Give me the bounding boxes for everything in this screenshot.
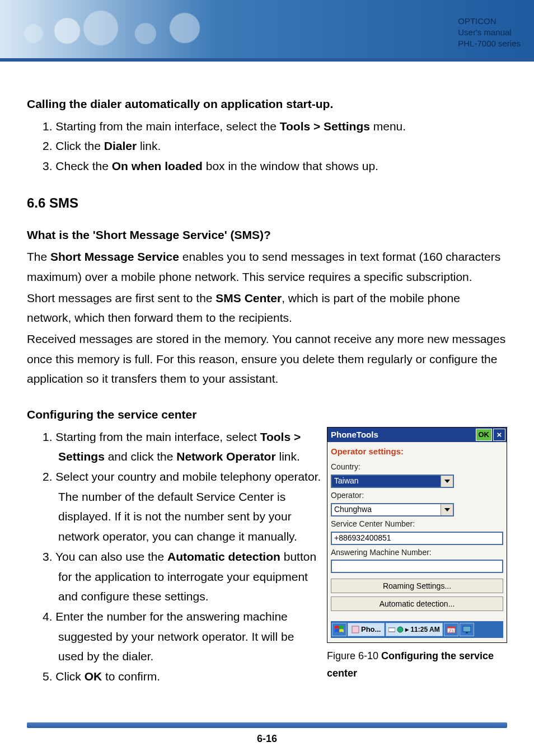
svg-point-2 xyxy=(397,627,403,632)
svg-rect-6 xyxy=(463,626,471,632)
page-number: 6-16 xyxy=(0,733,534,745)
config-step-2: 2. Select your country and mobile teleph… xyxy=(43,467,321,547)
header-line3: PHL-7000 series xyxy=(458,38,521,49)
operator-value: Chunghwa xyxy=(332,503,441,516)
scn-label: Service Center Number: xyxy=(331,518,503,531)
footer-bar xyxy=(27,722,507,728)
config-steps: 1. Starting from the main interface, sel… xyxy=(27,427,321,687)
config-right-col: PhoneTools OK × Operator settings: Count… xyxy=(327,427,507,682)
sms-p2: Short messages are first sent to the SMS… xyxy=(27,288,507,328)
figure-caption: Figure 6-10 Configuring the service cent… xyxy=(327,647,507,682)
sms-p1-bold: Short Message Service xyxy=(50,250,179,263)
automatic-detection-button[interactable]: Automatic detection... xyxy=(331,597,503,611)
page-header: OPTICON User's manual PHL-7000 series xyxy=(0,0,534,62)
windows-flag-icon xyxy=(334,625,344,634)
tray-cal-button[interactable]: 23 xyxy=(444,623,458,636)
tray-time-text: 11:25 AM xyxy=(410,624,439,635)
start-button[interactable] xyxy=(332,623,346,636)
sms-p2-bold: SMS Center xyxy=(216,292,282,304)
config-step-3: 3. You can also use the Automatic detect… xyxy=(43,547,321,607)
country-value: Taiwan xyxy=(332,475,441,488)
d2-pre: 2. Click the xyxy=(43,139,104,152)
sms-p1: The Short Message Service enables you to… xyxy=(27,247,507,287)
d1-post: menu. xyxy=(370,120,406,133)
c1-mid: and click the xyxy=(105,450,176,463)
phone-screenshot: PhoneTools OK × Operator settings: Count… xyxy=(327,427,507,644)
dialer-steps: 1. Starting from the main interface, sel… xyxy=(27,116,507,176)
page-content: Calling the dialer automatically on appl… xyxy=(0,62,534,687)
sms-p2-pre: Short messages are first sent to the xyxy=(27,292,216,304)
d2-post: link. xyxy=(137,139,161,152)
config-two-col: 1. Starting from the main interface, sel… xyxy=(27,427,507,687)
task-phonetools[interactable]: Pho... xyxy=(348,623,385,636)
c5-bold: OK xyxy=(85,670,102,683)
task-label: Pho... xyxy=(361,623,381,636)
header-underline xyxy=(0,58,534,62)
header-line2: User's manual xyxy=(458,27,521,38)
chevron-down-icon[interactable] xyxy=(441,476,453,487)
config-step-4: 4. Enter the number for the answering ma… xyxy=(43,607,321,666)
operator-label: Operator: xyxy=(331,489,503,503)
tray-time[interactable]: ▸ 11:25 AM xyxy=(386,623,442,636)
svg-text:23: 23 xyxy=(448,628,453,633)
desktop-icon xyxy=(462,626,471,633)
sms-heading: 6.6 SMS xyxy=(27,192,507,215)
c3-pre: 3. You can also use the xyxy=(43,550,167,563)
dialer-title: Calling the dialer automatically on appl… xyxy=(27,94,507,114)
config-left-col: 1. Starting from the main interface, sel… xyxy=(27,427,321,687)
config-title: Configuring the service center xyxy=(27,405,507,425)
dialer-step-2: 2. Click the Dialer link. xyxy=(43,136,507,156)
amn-input[interactable] xyxy=(331,560,503,573)
tray-desktop-button[interactable] xyxy=(460,623,474,636)
keyboard-icon xyxy=(388,626,395,633)
c5-post: to confirm. xyxy=(102,670,160,683)
sms-p3: Received messages are stored in the memo… xyxy=(27,329,507,389)
app-icon xyxy=(352,626,359,633)
phone-title: PhoneTools xyxy=(331,428,378,442)
dialer-title-period: . xyxy=(330,97,333,110)
taskbar: Pho... ▸ 11:25 AM 23 xyxy=(331,621,503,638)
country-label: Country: xyxy=(331,461,503,474)
config-step-1: 1. Starting from the main interface, sel… xyxy=(43,427,321,467)
chevron-down-icon[interactable] xyxy=(441,504,453,515)
roaming-settings-button[interactable]: Roaming Settings... xyxy=(331,579,503,593)
d1-pre: 1. Starting from the main interface, sel… xyxy=(43,120,280,133)
d3-pre: 3. Check the xyxy=(43,159,112,172)
svg-rect-7 xyxy=(466,632,468,633)
c1-b2: Network Operator xyxy=(176,450,275,463)
operator-combo[interactable]: Chunghwa xyxy=(331,503,454,516)
globe-icon xyxy=(397,626,404,633)
header-decoration xyxy=(0,0,320,62)
scn-input[interactable]: +886932400851 xyxy=(331,532,503,545)
c1-post: link. xyxy=(276,450,300,463)
close-button[interactable]: × xyxy=(493,429,505,441)
country-combo[interactable]: Taiwan xyxy=(331,475,454,488)
c3-bold: Automatic detection xyxy=(167,550,280,563)
operator-settings-label: Operator settings: xyxy=(331,444,503,459)
d2-bold: Dialer xyxy=(104,139,137,152)
calendar-icon: 23 xyxy=(447,626,456,633)
c1-pre: 1. Starting from the main interface, sel… xyxy=(43,430,260,443)
tray-arrow-icon: ▸ xyxy=(405,624,409,635)
scn-value: +886932400851 xyxy=(332,532,502,545)
d3-bold: On when loaded xyxy=(112,159,203,172)
dialer-step-3: 3. Check the On when loaded box in the w… xyxy=(43,156,507,176)
ok-button[interactable]: OK xyxy=(476,429,493,441)
caption-pre: Figure 6-10 xyxy=(327,650,381,661)
d1-bold: Tools > Settings xyxy=(280,120,370,133)
svg-rect-1 xyxy=(388,628,395,632)
svg-rect-0 xyxy=(352,626,359,633)
header-text-block: OPTICON User's manual PHL-7000 series xyxy=(458,16,521,49)
phone-body: Operator settings: Country: Taiwan Opera… xyxy=(327,442,507,643)
d3-post: box in the window that shows up. xyxy=(203,159,378,172)
dialer-step-1: 1. Starting from the main interface, sel… xyxy=(43,116,507,137)
sms-p1-pre: The xyxy=(27,250,50,263)
dialer-title-text: Calling the dialer automatically on appl… xyxy=(27,97,330,110)
phone-titlebar: PhoneTools OK × xyxy=(327,428,507,442)
amn-label: Answering Machine Number: xyxy=(331,546,503,560)
sms-question-title: What is the 'Short Message Service' (SMS… xyxy=(27,225,507,245)
config-step-5: 5. Click OK to confirm. xyxy=(43,666,321,687)
header-brand: OPTICON xyxy=(458,16,521,27)
c5-pre: 5. Click xyxy=(43,670,85,683)
